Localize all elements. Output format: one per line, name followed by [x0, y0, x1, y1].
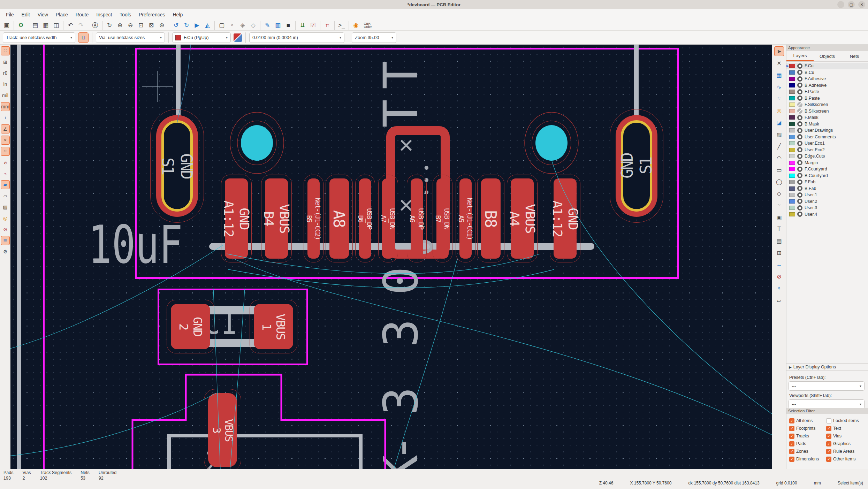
layer-visibility-eye-icon[interactable] [797, 192, 802, 198]
toolbar-icon[interactable]: Ⓐ [88, 21, 100, 30]
layer-visibility-eye-icon[interactable] [797, 83, 802, 88]
layer-color-swatch[interactable] [789, 135, 795, 139]
layer-row[interactable]: ▶ User.Eco1 [786, 140, 868, 147]
toolbar-icon[interactable]: ⊖ [125, 21, 136, 30]
checkbox[interactable]: ✓ [789, 457, 794, 462]
connector-pad[interactable]: A5 Net-(J1-CC1) [459, 178, 472, 259]
layer-visibility-eye-icon[interactable] [797, 76, 802, 82]
checkbox[interactable]: ✓ [826, 426, 831, 431]
checkbox[interactable] [826, 418, 831, 423]
fab-text-glyph[interactable]: K [378, 441, 425, 469]
right-tool-icon[interactable]: ◯ [774, 177, 784, 186]
left-tool-icon[interactable]: ◎ [1, 214, 10, 223]
layer-visibility-eye-icon[interactable] [797, 186, 802, 191]
toolbar-icon[interactable]: ↻ [181, 21, 192, 30]
toolbar-icon[interactable]: ▫ [227, 21, 237, 30]
layer-color-swatch[interactable] [789, 96, 795, 100]
right-tool-icon[interactable]: ✕ [774, 58, 784, 68]
menu-item[interactable]: Inspect [92, 12, 116, 17]
layer-row[interactable]: ▶ User.4 [786, 211, 868, 218]
layer-visibility-eye-icon[interactable] [797, 199, 802, 204]
right-tool-icon[interactable]: ⊞ [774, 248, 784, 258]
layer-visibility-eye-icon[interactable] [797, 63, 802, 69]
toolbar-icon[interactable]: ↻ [102, 21, 115, 30]
toolbar-icon[interactable]: ⊠ [146, 21, 157, 30]
left-tool-icon[interactable]: mm [1, 102, 10, 111]
capacitor-pad[interactable]: 2 GND [171, 304, 210, 349]
connector-pad[interactable]: B8 [481, 178, 501, 259]
layer-color-swatch[interactable] [789, 148, 795, 152]
connector-pad[interactable]: A1:12 GND [554, 178, 577, 259]
board-margin-line[interactable] [43, 45, 45, 469]
right-tool-icon[interactable]: ◎ [774, 106, 784, 115]
appearance-tab[interactable]: Nets [841, 51, 868, 61]
layer-visibility-eye-icon[interactable] [797, 147, 802, 152]
pcb-canvas[interactable]: 10uF C1 2 TT033-K S1 GND S1 GND ✕ ✕ [10, 45, 772, 469]
right-tool-icon[interactable]: ▤ [774, 236, 784, 246]
left-tool-icon[interactable]: ▨ [1, 203, 10, 212]
window-button[interactable]: ✕ [858, 1, 865, 8]
s1-shield-pad-right[interactable]: S1 GND [616, 115, 657, 217]
layer-row[interactable]: ▶ F.Silkscreen [786, 101, 868, 108]
layer-row[interactable]: ▶ Edge.Cuts [786, 153, 868, 160]
layer-row[interactable]: ▶ User.Comments [786, 134, 868, 140]
copper-track-vertical[interactable] [634, 45, 639, 120]
grid-select[interactable]: 0.0100 mm (0.0004 in)▾ [249, 32, 344, 43]
layer-row[interactable]: ▶ Margin [786, 160, 868, 166]
layer-row[interactable]: ▶ User.1 [786, 192, 868, 198]
track-width-select[interactable]: Track: use netclass width▾ [3, 32, 75, 43]
layer-row[interactable]: ▶ B.Adhesive [786, 82, 868, 89]
layer-color-swatch[interactable] [789, 83, 795, 87]
checkbox[interactable]: ✓ [789, 434, 794, 439]
connector-pad[interactable]: B6 USB_DP [359, 178, 371, 259]
layer-color-swatch[interactable] [789, 109, 795, 113]
left-tool-icon[interactable]: ⚙ [1, 247, 10, 256]
layer-color-swatch[interactable] [789, 199, 795, 204]
right-tool-icon[interactable]: ◪ [774, 117, 784, 127]
connector-pad[interactable]: B5 Net-(J1-CC2) [307, 178, 320, 259]
toolbar-icon[interactable]: ▶ [192, 21, 202, 30]
layer-color-swatch[interactable] [789, 161, 795, 165]
layer-color-swatch[interactable] [789, 77, 795, 81]
layer-row[interactable]: ▶ F.Fab [786, 179, 868, 185]
toolbar-icon[interactable]: ⊛ [157, 21, 167, 30]
right-tool-icon[interactable]: ▣ [774, 212, 784, 222]
layer-color-swatch[interactable] [789, 102, 795, 107]
menu-item[interactable]: Edit [18, 12, 34, 17]
right-tool-icon[interactable]: ▨ [774, 129, 784, 139]
capacitor-pad[interactable]: 1 VBUS [254, 304, 293, 349]
toolbar-icon[interactable]: ⚙ [14, 21, 26, 30]
right-tool-icon[interactable]: ➤ [774, 46, 784, 56]
connector-pad[interactable]: A8 [329, 178, 349, 259]
toolbar-icon[interactable]: ◉ [349, 21, 361, 30]
toolbar-icon[interactable]: ↶ [63, 21, 76, 30]
checkbox[interactable]: ✓ [826, 449, 831, 454]
layer-visibility-eye-icon[interactable] [797, 108, 802, 114]
right-tool-icon[interactable]: ▱ [774, 295, 784, 305]
checkbox[interactable]: ✓ [826, 441, 831, 446]
menu-item[interactable]: Help [169, 12, 186, 17]
left-tool-icon[interactable]: ⌀ [1, 158, 10, 167]
selection-filter-item[interactable]: ✓ Pads [789, 441, 826, 446]
toolbar-icon[interactable]: ▥ [273, 21, 283, 30]
left-tool-icon[interactable]: ∠ [1, 124, 10, 133]
layer-color-swatch[interactable] [789, 90, 795, 94]
layer-color-swatch[interactable] [789, 154, 795, 158]
connector-pad[interactable]: B7 USB_DN [436, 178, 449, 259]
layer-visibility-eye-icon[interactable] [797, 70, 802, 75]
window-button[interactable]: – [837, 1, 844, 8]
layer-row[interactable]: ▶ User.2 [786, 198, 868, 205]
left-tool-icon[interactable]: × [1, 136, 10, 145]
mounting-hole-left[interactable] [241, 125, 273, 161]
toolbar-icon[interactable]: >_ [334, 21, 347, 30]
layer-visibility-eye-icon[interactable] [797, 115, 802, 120]
right-tool-icon[interactable]: ⌖ [774, 283, 784, 293]
toolbar-icon[interactable]: ▤ [28, 21, 40, 30]
layer-row[interactable]: ▶ B.Silkscreen [786, 108, 868, 115]
layer-visibility-eye-icon[interactable] [797, 89, 802, 94]
layer-visibility-eye-icon[interactable] [797, 121, 802, 127]
layer-color-swatch[interactable] [789, 167, 795, 171]
layer-color-swatch[interactable] [789, 128, 795, 132]
toolbar-icon[interactable]: ▦ [40, 21, 51, 30]
toolbar-icon[interactable]: ⊕ [115, 21, 125, 30]
